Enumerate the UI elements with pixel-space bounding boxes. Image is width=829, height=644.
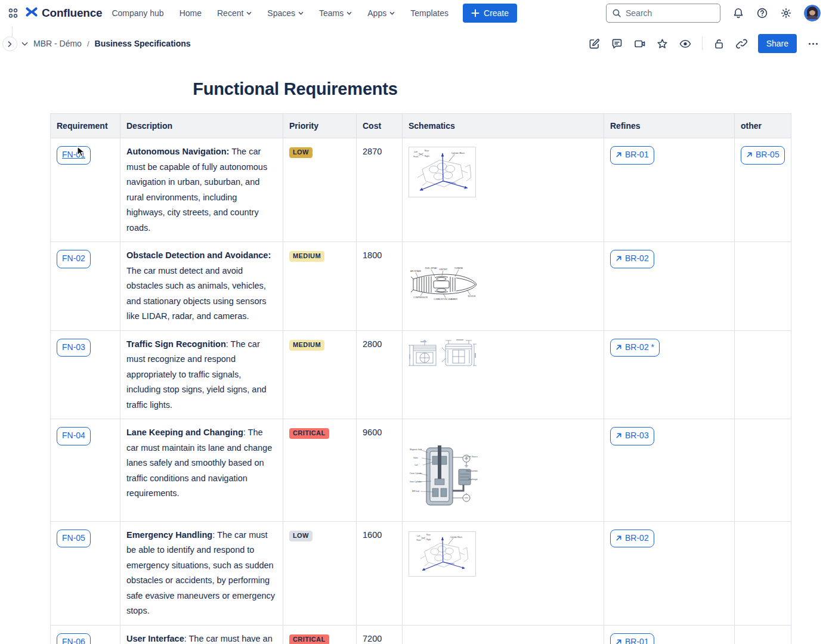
help-icon[interactable] bbox=[756, 7, 768, 19]
cell-other bbox=[735, 419, 791, 522]
expand-sidebar-button[interactable] bbox=[2, 36, 17, 51]
more-actions-icon[interactable] bbox=[804, 35, 822, 52]
requirement-chip[interactable]: FN-03 bbox=[57, 339, 91, 357]
star-icon[interactable] bbox=[654, 35, 672, 52]
user-avatar[interactable] bbox=[804, 5, 821, 21]
schematic-image-pistons[interactable] bbox=[409, 338, 477, 370]
svg-text:Front: Front bbox=[413, 156, 418, 158]
description-term: Emergency Handling bbox=[126, 530, 212, 540]
edit-icon[interactable] bbox=[586, 35, 604, 52]
priority-badge: LOW bbox=[289, 147, 313, 158]
header-refines: Refines bbox=[604, 114, 735, 138]
svg-text:Left: Left bbox=[414, 151, 417, 153]
refined-link-chip[interactable]: BR-03 bbox=[610, 427, 654, 445]
app-switcher-icon[interactable] bbox=[7, 7, 19, 19]
svg-text:FUEL SPRAY: FUEL SPRAY bbox=[425, 267, 438, 270]
arrow-up-right-icon bbox=[615, 535, 622, 541]
link-icon[interactable] bbox=[733, 35, 751, 52]
watch-eye-icon[interactable] bbox=[676, 35, 694, 52]
header-other: other bbox=[735, 114, 791, 138]
breadcrumb-space[interactable]: MBR - Démo bbox=[33, 39, 82, 48]
description-term: Obstacle Detection and Avoidance: bbox=[126, 250, 271, 260]
schematic-image-jet-engine[interactable]: AIR INTAKE FUEL SPRAY IGNITER TURBINE CO… bbox=[409, 265, 479, 302]
chip-label: FN-03 bbox=[62, 340, 85, 355]
top-navigation: Confluence Company hub Home Recent Space… bbox=[0, 0, 829, 26]
cell-priority: CRITICAL bbox=[283, 419, 357, 522]
chip-label: BR-01 bbox=[625, 634, 649, 644]
schematic-image-engine-block[interactable]: Left Rear Front Right Cylinder Block bbox=[409, 147, 476, 197]
chevron-down-icon bbox=[347, 11, 352, 15]
breadcrumb-page[interactable]: Business Specifications bbox=[95, 39, 191, 48]
description-term: User Interface bbox=[126, 634, 184, 643]
priority-badge: MEDIUM bbox=[289, 340, 324, 351]
chip-label: FN-04 bbox=[62, 428, 85, 444]
settings-gear-icon[interactable] bbox=[780, 7, 792, 19]
description-text: The car must be capable of fully autonom… bbox=[126, 147, 267, 233]
chip-label: BR-05 bbox=[756, 147, 779, 163]
refined-link-chip[interactable]: BR-01 bbox=[610, 633, 654, 644]
page-title: Functional Requirements bbox=[50, 79, 540, 99]
refined-link-chip[interactable]: BR-02 bbox=[610, 530, 654, 548]
nav-recent[interactable]: Recent bbox=[217, 8, 252, 18]
svg-text:Valve: Valve bbox=[413, 457, 418, 459]
nav-company-hub[interactable]: Company hub bbox=[112, 8, 163, 18]
svg-text:Left: Left bbox=[417, 534, 420, 537]
requirement-chip[interactable]: FN-02 bbox=[57, 250, 91, 268]
svg-text:Rear: Rear bbox=[426, 534, 431, 536]
cell-other bbox=[735, 521, 791, 625]
description-text: : The car must maintain its lane and cha… bbox=[126, 428, 272, 498]
confluence-brand[interactable]: Confluence bbox=[25, 6, 102, 20]
priority-badge: LOW bbox=[289, 531, 313, 541]
schematic-image-engine-block-sm[interactable]: Left Rear Front Right Cylinder Block bbox=[409, 531, 476, 577]
create-button[interactable]: Create bbox=[463, 4, 517, 23]
chevron-down-icon[interactable] bbox=[21, 42, 28, 46]
requirement-chip[interactable]: FN-05 bbox=[57, 530, 91, 548]
arrow-up-right-icon bbox=[615, 432, 622, 439]
nav-home[interactable]: Home bbox=[180, 8, 202, 18]
cell-cost: 2870 bbox=[357, 138, 403, 242]
chevron-right-icon bbox=[7, 41, 13, 47]
nav-templates[interactable]: Templates bbox=[410, 8, 448, 18]
primary-nav: Company hub Home Recent Spaces Teams App… bbox=[112, 8, 448, 18]
description-text: : The car must be able to identify and r… bbox=[126, 530, 275, 616]
nav-teams[interactable]: Teams bbox=[319, 8, 352, 18]
share-button[interactable]: Share bbox=[758, 34, 797, 53]
cell-refines: BR-01 bbox=[604, 138, 735, 242]
search-box[interactable] bbox=[606, 4, 720, 23]
chevron-down-icon bbox=[246, 11, 252, 15]
chip-label: BR-02 bbox=[625, 251, 649, 267]
unlock-icon[interactable] bbox=[710, 35, 728, 52]
sidebar-rail bbox=[12, 26, 13, 37]
video-icon[interactable] bbox=[631, 35, 649, 52]
refined-link-chip[interactable]: BR-02 bbox=[610, 250, 654, 268]
schematic-image-damper[interactable]: Magnetic field Valve Coil Outer Cylinder… bbox=[409, 443, 478, 510]
cell-description: Lane Keeping and Changing: The car must … bbox=[120, 419, 283, 522]
description-text: : The car must recognize and respond app… bbox=[126, 339, 267, 410]
search-icon bbox=[612, 8, 621, 18]
notifications-bell-icon[interactable] bbox=[732, 7, 744, 19]
refined-link-chip[interactable]: BR-01 bbox=[610, 146, 654, 165]
cell-requirement: FN-02 bbox=[51, 242, 120, 331]
nav-spaces[interactable]: Spaces bbox=[267, 8, 304, 18]
header-priority: Priority bbox=[283, 114, 357, 138]
page-toolbar: Share bbox=[586, 26, 822, 61]
nav-apps[interactable]: Apps bbox=[367, 8, 395, 18]
requirement-chip[interactable]: FN-04 bbox=[57, 427, 91, 445]
search-input[interactable] bbox=[626, 8, 709, 18]
chip-label: FN-06 bbox=[62, 634, 85, 644]
description-term: Traffic Sign Recognition bbox=[126, 339, 226, 349]
requirements-table: Requirement Description Priority Cost Sc… bbox=[50, 113, 791, 644]
requirement-chip[interactable]: FN-06 bbox=[57, 633, 91, 644]
cell-cost: 1600 bbox=[357, 521, 403, 625]
comment-icon[interactable] bbox=[608, 35, 626, 52]
cell-refines: BR-02 * bbox=[604, 330, 735, 419]
page-header-bar: MBR - Démo / Business Specifications Sha… bbox=[0, 26, 829, 61]
chip-label: FN-05 bbox=[62, 531, 85, 546]
svg-text:Cylinder Block: Cylinder Block bbox=[450, 535, 462, 538]
cell-cost: 9600 bbox=[357, 419, 403, 522]
svg-text:Magnetic field: Magnetic field bbox=[410, 448, 422, 451]
requirement-chip[interactable]: FN-01 bbox=[57, 146, 91, 165]
refined-link-chip[interactable]: BR-02 * bbox=[610, 339, 660, 357]
refined-link-chip[interactable]: BR-05 bbox=[741, 146, 785, 165]
cell-schematics bbox=[403, 330, 604, 419]
